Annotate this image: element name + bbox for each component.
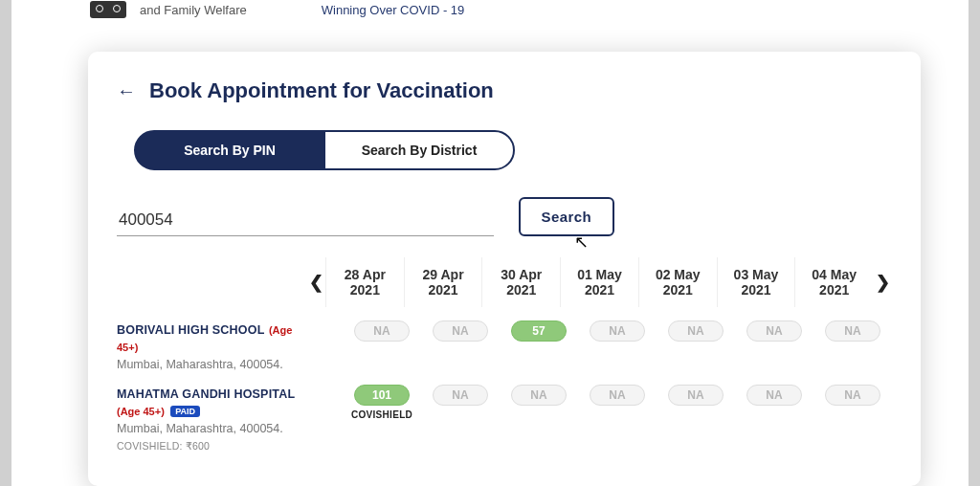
pin-input[interactable] <box>117 205 494 236</box>
date-header: 30 Apr2021 <box>481 257 560 307</box>
center-address: Mumbai, Maharashtra, 400054. <box>117 358 316 371</box>
tab-search-by-pin[interactable]: Search By PIN <box>134 130 325 170</box>
age-tag: (Age 45+) <box>117 406 165 417</box>
center-name: BORIVALI HIGH SCHOOL <box>117 323 264 337</box>
date-header: 02 May2021 <box>638 257 717 307</box>
center-name: MAHATMA GANDHI HOSPITAL <box>117 387 295 401</box>
slot-na: NA <box>746 320 802 342</box>
date-header: 03 May2021 <box>717 257 795 307</box>
center-address: Mumbai, Maharashtra, 400054. <box>117 422 316 435</box>
search-mode-tabs: Search By PIN Search By District <box>134 130 892 170</box>
slot-na: NA <box>590 385 645 406</box>
vaccine-label: COVISHIELD <box>351 409 412 420</box>
tab-search-by-district[interactable]: Search By District <box>323 130 515 170</box>
next-dates-button[interactable]: ❯ <box>873 272 892 293</box>
search-button[interactable]: Search <box>519 197 614 236</box>
center-row: BORIVALI HIGH SCHOOL (Age 45+)Mumbai, Ma… <box>117 320 892 371</box>
appointment-card: ← Book Appointment for Vaccination Searc… <box>88 52 921 486</box>
date-header: 28 Apr2021 <box>325 257 404 307</box>
header-hint: and Family Welfare <box>140 3 247 17</box>
slot-na: NA <box>433 320 488 342</box>
slot-available[interactable]: 101 <box>354 385 410 406</box>
slot-na: NA <box>433 385 488 406</box>
page-title: Book Appointment for Vaccination <box>149 78 494 103</box>
center-price: COVISHIELD: ₹600 <box>117 440 316 452</box>
back-arrow-icon[interactable]: ← <box>117 80 136 102</box>
center-row: MAHATMA GANDHI HOSPITAL (Age 45+) PAIDMu… <box>117 385 892 452</box>
slot-na: NA <box>825 320 880 342</box>
slot-na: NA <box>746 385 802 406</box>
slot-na: NA <box>511 385 567 406</box>
header-hint-2: Winning Over COVID - 19 <box>322 3 465 17</box>
date-header: 04 May2021 <box>794 257 873 307</box>
slot-na: NA <box>825 385 880 406</box>
date-header-row: 28 Apr202129 Apr202130 Apr202101 May2021… <box>325 257 873 307</box>
slot-na: NA <box>668 385 724 406</box>
slot-na: NA <box>354 320 410 342</box>
ministry-logo-icon <box>90 1 126 18</box>
slot-available[interactable]: 57 <box>511 320 567 342</box>
partial-header: and Family Welfare Winning Over COVID - … <box>11 0 969 21</box>
date-header: 01 May2021 <box>560 257 638 307</box>
slot-na: NA <box>590 320 645 342</box>
paid-badge: PAID <box>170 406 200 417</box>
centers-list: BORIVALI HIGH SCHOOL (Age 45+)Mumbai, Ma… <box>117 320 892 452</box>
slot-na: NA <box>668 320 724 342</box>
prev-dates-button[interactable]: ❮ <box>306 272 325 293</box>
date-header: 29 Apr2021 <box>404 257 482 307</box>
